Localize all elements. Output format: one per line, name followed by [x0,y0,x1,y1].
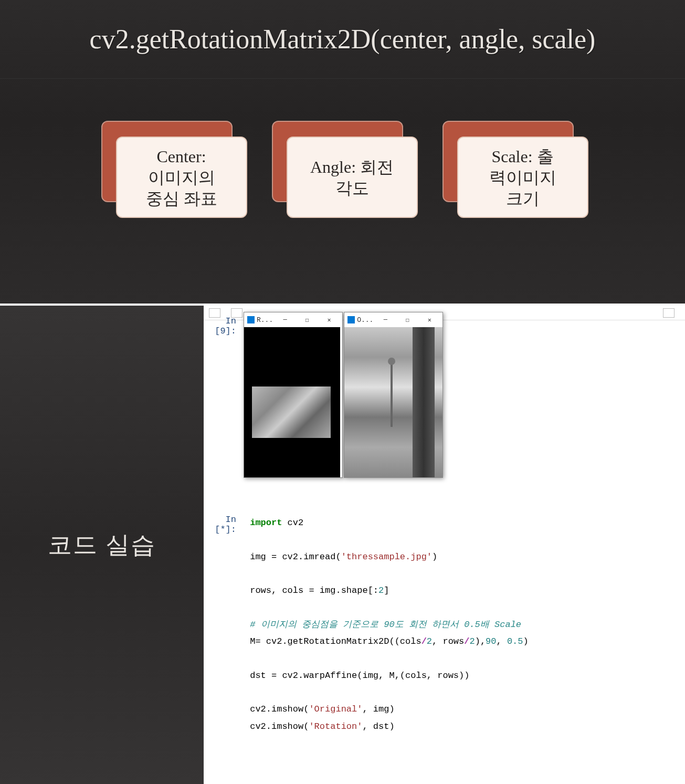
comment: # 이미지의 중심점을 기준으로 90도 회전 하면서 0.5배 Scale [250,620,521,630]
operator: / [464,636,469,646]
prompt-label: In [*]: [204,515,240,535]
original-image-content [344,327,442,477]
number: 90 [486,636,496,646]
slide-title: cv2.getRotationMatrix2D(center, angle, s… [90,24,596,55]
code-text: ) [432,552,437,562]
code-text: ] [384,586,389,595]
close-button[interactable]: ✕ [419,314,439,326]
number: 2 [378,586,384,595]
slide-1: cv2.getRotationMatrix2D(center, angle, s… [0,0,685,304]
slide2-title: 코드 실습 [48,529,156,561]
titlebar[interactable]: O... — ☐ ✕ [344,312,442,327]
slide2-left-panel: 코드 실습 [0,306,204,784]
app-icon [247,316,255,323]
maximize-button[interactable]: ☐ [397,314,417,326]
code-content[interactable]: import cv2 img = cv2.imread('thressample… [246,515,529,735]
card-front: Scale: 출 력이미지 크기 [457,137,588,218]
window-original[interactable]: O... — ☐ ✕ [344,312,443,478]
code-text: cv2.imshow( [250,704,309,714]
code-text: , img) [362,704,394,714]
string: 'thressample.jpg' [341,552,432,562]
titlebar[interactable]: R... — ☐ ✕ [244,312,342,327]
prompt-label: In [9]: [204,316,240,336]
code-text: cv2.imshow( [250,722,309,731]
rotated-image [252,386,331,438]
notebook-area: In [9]: R... — ☐ ✕ [204,306,685,740]
maximize-button[interactable]: ☐ [297,314,317,326]
card-front: Angle: 회전 각도 [287,137,418,218]
title-area: cv2.getRotationMatrix2D(center, angle, s… [0,0,685,79]
slide-2: 코드 실습 In [9]: R... — ☐ ✕ [0,304,685,784]
app-icon [347,316,355,323]
code-text: cv2 [282,518,303,528]
keyword: import [250,518,282,528]
number: 0.5 [507,636,523,646]
minimize-button[interactable]: — [375,314,395,326]
card-text: Center: 이미지의 중심 좌표 [146,146,217,209]
card-text: Scale: 출 력이미지 크기 [489,146,556,209]
cards-row: Center: 이미지의 중심 좌표 Angle: 회전 각도 Scale: 출… [0,79,685,221]
card-angle: Angle: 회전 각도 [272,121,414,221]
window-title: O... [357,316,373,324]
rotated-image-content [244,327,340,477]
image-pole [413,327,435,477]
code-text: M= cv2.getRotationMatrix2D((cols [250,636,421,646]
code-text: ), [475,636,486,646]
code-text: , [497,636,507,646]
operator: / [421,636,427,646]
string: 'Rotation' [309,722,362,731]
code-text: ) [523,636,529,646]
output-windows: R... — ☐ ✕ O... — ☐ ✕ [244,312,443,478]
window-rotated[interactable]: R... — ☐ ✕ [244,312,343,478]
card-front: Center: 이미지의 중심 좌표 [116,137,247,218]
code-text: , dst) [362,722,394,731]
card-scale: Scale: 출 력이미지 크기 [442,121,584,221]
minimize-button[interactable]: — [275,314,295,326]
card-center: Center: 이미지의 중심 좌표 [101,121,243,221]
card-text: Angle: 회전 각도 [310,156,394,198]
number: 2 [469,636,475,646]
close-button[interactable]: ✕ [319,314,339,326]
jupyter-panel: In [9]: R... — ☐ ✕ [204,306,685,784]
code-text: dst = cv2.warpAffine(img, M,(cols, rows)… [250,671,469,681]
string: 'Original' [309,704,362,714]
image-tower [391,364,393,427]
code-cell[interactable]: In [*]: import cv2 img = cv2.imread('thr… [204,515,685,735]
code-text: , rows [432,636,464,646]
code-text: img = cv2.imread( [250,552,341,562]
code-text: rows, cols = img.shape[: [250,586,378,595]
number: 2 [427,636,432,646]
window-title: R... [257,316,273,324]
